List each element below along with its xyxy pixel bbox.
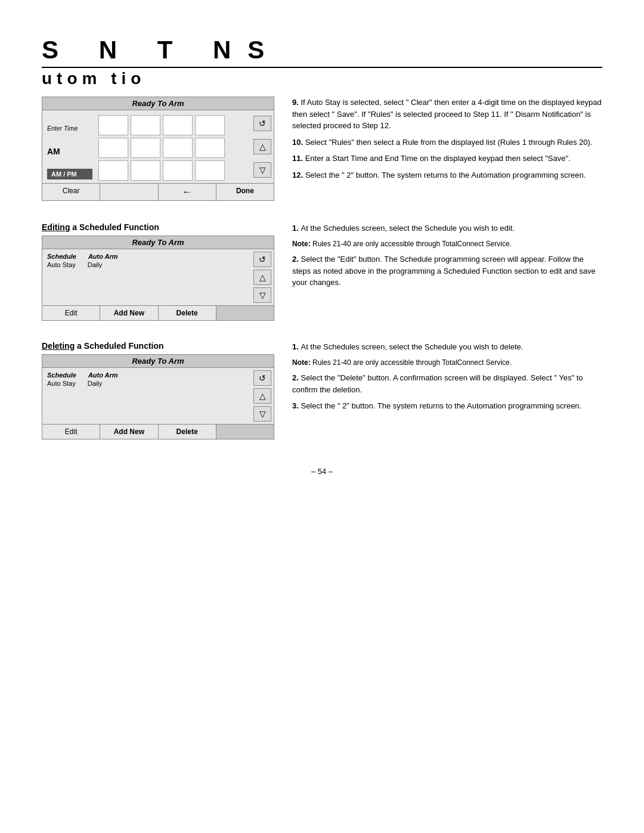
deleting-edit-button[interactable]: Edit [42,425,100,439]
editing-schedule-box: Ready To Arm Schedule Auto Arm Auto Stay… [42,236,274,321]
step-11: Enter a Start Time and End Time on the d… [292,153,602,165]
clear-button[interactable]: Clear [42,184,100,200]
editing-nav-back-icon[interactable]: ↺ [253,252,271,267]
deleting-step-3: Select the " 2" button. The system retur… [292,400,602,412]
deleting-nav-up-icon[interactable]: △ [253,388,271,404]
editing-footer: Edit Add New Delete [42,305,274,320]
editing-col2-label: Auto Arm [88,253,118,260]
editing-edit-button[interactable]: Edit [42,306,100,320]
deleting-heading: Deleting a Scheduled Function [42,341,274,351]
deleting-heading-rest: a Scheduled Function [75,341,163,351]
editing-left-col: Editing a Scheduled Function Ready To Ar… [42,222,274,324]
keypad-header: Ready To Arm [42,97,274,110]
step-12: Select the " 2" button. The system retur… [292,169,602,181]
editing-col1-label: Schedule [47,253,76,260]
deleting-row-labels: Schedule Auto Arm [47,371,246,379]
editing-steps-list: At the Schedules screen, select the Sche… [292,222,602,234]
deleting-heading-prefix: Deleting [42,341,75,351]
enter-time-label: Enter Time [47,125,92,132]
deleting-left-col: Deleting a Scheduled Function Ready To A… [42,341,274,443]
steps-list-top: If Auto Stay is selected, select " Clear… [292,97,602,181]
editing-section: Editing a Scheduled Function Ready To Ar… [42,222,602,324]
key-cell-3-2[interactable] [131,160,160,181]
nav-up-icon[interactable]: △ [253,139,271,154]
done-button[interactable]: Done [216,184,274,200]
deleting-section: Deleting a Scheduled Function Ready To A… [42,341,602,443]
editing-nav-up-icon[interactable]: △ [253,270,271,285]
editing-add-new-button[interactable]: Add New [100,306,158,320]
deleting-note-text: Rules 21-40 are only accessible through … [312,358,512,367]
keypad-row-1 [98,115,249,135]
editing-delete-button[interactable]: Delete [159,306,216,320]
step-10: Select "Rules" then select a Rule from t… [292,137,602,148]
deleting-note-bold: Note: [292,358,312,367]
page-title-section: S N T NS utom tio [42,36,602,88]
editing-heading: Editing a Scheduled Function [42,222,274,232]
deleting-schedule-header: Ready To Arm [42,355,274,368]
page-number: – 54 – [42,467,602,476]
editing-list-area: Schedule Auto Arm Auto Stay Daily [42,249,251,305]
key-cell-1-1[interactable] [98,115,128,135]
ampm-button[interactable]: AM / PM [47,169,92,179]
deleting-col1-value: Auto Stay [47,380,76,387]
editing-nav-down-icon[interactable]: ▽ [253,287,271,303]
keypad-nav: ↺ △ ▽ [251,110,274,183]
editing-right-col: At the Schedules screen, select the Sche… [292,222,602,324]
editing-col2-value: Daily [88,261,102,268]
editing-note-text: Rules 21-40 are only accessible through … [312,240,512,248]
keypad-row-3 [98,160,249,181]
editing-step-2: Select the "Edit" button. The Schedule p… [292,253,602,289]
key-cell-1-4[interactable] [195,115,225,135]
editing-schedule-header: Ready To Arm [42,236,274,249]
keypad-footer: Clear ← Done [42,183,274,200]
editing-row-values: Auto Stay Daily [47,261,246,268]
editing-col1-value: Auto Stay [47,261,76,268]
editing-step-1: At the Schedules screen, select the Sche… [292,222,602,234]
nav-back-icon[interactable]: ↺ [253,116,271,131]
deleting-list-area: Schedule Auto Arm Auto Stay Daily [42,368,251,424]
editing-steps-list-2: Select the "Edit" button. The Schedule p… [292,253,602,289]
key-cell-1-2[interactable] [131,115,160,135]
nav-down-icon[interactable]: ▽ [253,162,271,178]
key-cell-2-3[interactable] [163,138,193,158]
key-cell-3-1[interactable] [98,160,128,181]
deleting-step-1: At the Schedules screen, select the Sche… [292,341,602,353]
deleting-nav-down-icon[interactable]: ▽ [253,406,271,422]
keypad-labels: Enter Time AM AM / PM [42,110,96,183]
deleting-right-col: At the Schedules screen, select the Sche… [292,341,602,443]
key-cell-2-1[interactable] [98,138,128,158]
deleting-nav-back-icon[interactable]: ↺ [253,370,271,386]
editing-nav: ↺ △ ▽ [251,249,274,305]
key-cell-3-4[interactable] [195,160,225,181]
deleting-step-2: Select the "Delete" button. A confirmati… [292,372,602,395]
key-cell-2-2[interactable] [131,138,160,158]
keypad-body: Enter Time AM AM / PM [42,110,274,183]
deleting-add-new-button[interactable]: Add New [100,425,158,439]
deleting-nav: ↺ △ ▽ [251,368,274,424]
steps-top-right: If Auto Stay is selected, select " Clear… [292,97,602,206]
editing-heading-rest: a Scheduled Function [70,222,159,232]
page-title-main: S N T NS [42,36,602,68]
editing-footer-spacer [216,306,274,320]
deleting-steps-list-2: Select the "Delete" button. A confirmati… [292,372,602,412]
key-cell-2-4[interactable] [195,138,225,158]
key-cell-3-3[interactable] [163,160,193,181]
editing-note: Note: Rules 21-40 are only accessible th… [292,239,602,249]
editing-note-bold: Note: [292,240,312,248]
editing-heading-prefix: Editing [42,222,70,232]
am-label: AM [47,147,92,156]
deleting-col1-label: Schedule [47,371,76,379]
deleting-row-values: Auto Stay Daily [47,380,246,387]
key-cell-1-3[interactable] [163,115,193,135]
keypad-row-2 [98,138,249,158]
keypad-rows [96,113,249,183]
spacer-cell [100,184,158,200]
deleting-steps-list: At the Schedules screen, select the Sche… [292,341,602,353]
keypad-grid-area [96,110,251,183]
deleting-delete-button[interactable]: Delete [159,425,216,439]
deleting-footer: Edit Add New Delete [42,424,274,439]
deleting-footer-spacer [216,425,274,439]
step-9: If Auto Stay is selected, select " Clear… [292,97,602,132]
back-button[interactable]: ← [159,184,216,200]
editing-schedule-body: Schedule Auto Arm Auto Stay Daily ↺ △ ▽ [42,249,274,305]
